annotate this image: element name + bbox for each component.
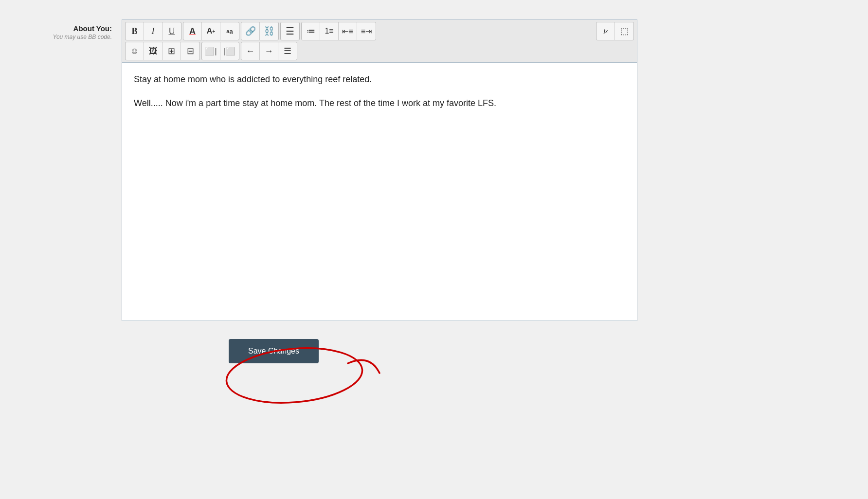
font-size-up-button[interactable]: A+ <box>202 22 220 40</box>
editor-content-area[interactable]: Stay at home mom who is addicted to ever… <box>122 63 637 321</box>
save-changes-button[interactable]: Save Changes <box>229 339 319 363</box>
unordered-list-button[interactable]: ≔ <box>302 22 320 40</box>
font-size-down-button[interactable]: aa <box>220 22 239 40</box>
toolbar-row-2: ☺ 🖼 ⊞ ⊟ ⬜| |⬜ ← → ☰ <box>125 42 634 60</box>
underline-button[interactable]: U <box>163 22 181 40</box>
col-right-button[interactable]: |⬜ <box>220 42 239 60</box>
font-group: A A+ aa <box>183 22 239 40</box>
editor-toolbar: B I U A A+ aa 🔗 ⛓️ ☰ <box>122 20 637 63</box>
columns-group: ⬜| |⬜ <box>201 42 239 60</box>
format-group: B I U <box>125 22 181 40</box>
history-group: ← → ☰ <box>241 42 297 60</box>
indent-button[interactable]: ≡⇥ <box>357 22 376 40</box>
field-hint: You may use BB code. <box>15 34 112 40</box>
align-button[interactable]: ☰ <box>281 22 299 40</box>
outdent-button[interactable]: ⇤≡ <box>339 22 357 40</box>
remove-link-button[interactable]: ⛓️ <box>260 22 278 40</box>
field-label: About You: <box>15 24 112 33</box>
table-button[interactable]: ⊞ <box>163 42 181 60</box>
italic-button[interactable]: I <box>144 22 163 40</box>
save-button-wrapper: Save Changes <box>229 339 319 363</box>
list-group: ≔ 1≡ ⇤≡ ≡⇥ <box>301 22 376 40</box>
undo-button[interactable]: ← <box>241 42 260 60</box>
utility-group: Ix ⬚ <box>596 22 634 40</box>
link-group: 🔗 ⛓️ <box>241 22 279 40</box>
source-button[interactable]: ⬚ <box>615 22 633 40</box>
font-color-button[interactable]: A <box>183 22 202 40</box>
image-button[interactable]: 🖼 <box>144 42 163 60</box>
align-group: ☰ <box>280 22 300 40</box>
form-footer: Save Changes <box>122 329 637 373</box>
editor-container: B I U A A+ aa 🔗 ⛓️ ☰ <box>122 19 637 321</box>
col-left-button[interactable]: ⬜| <box>202 42 220 60</box>
content-paragraph-1: Stay at home mom who is addicted to ever… <box>134 72 625 87</box>
paragraph-button[interactable]: ☰ <box>278 42 297 60</box>
redo-button[interactable]: → <box>260 42 278 60</box>
insert-group: ☺ 🖼 ⊞ ⊟ <box>125 42 200 60</box>
content-paragraph-2: Well..... Now i'm a part time stay at ho… <box>134 96 625 110</box>
insert-link-button[interactable]: 🔗 <box>241 22 260 40</box>
footer-inner: Save Changes <box>122 339 637 363</box>
ordered-list-button[interactable]: 1≡ <box>320 22 339 40</box>
bold-button[interactable]: B <box>126 22 144 40</box>
bb-code-button[interactable]: ⊟ <box>181 42 199 60</box>
clear-format-button[interactable]: Ix <box>597 22 615 40</box>
toolbar-row-1: B I U A A+ aa 🔗 ⛓️ ☰ <box>125 22 634 40</box>
emoji-button[interactable]: ☺ <box>126 42 144 60</box>
